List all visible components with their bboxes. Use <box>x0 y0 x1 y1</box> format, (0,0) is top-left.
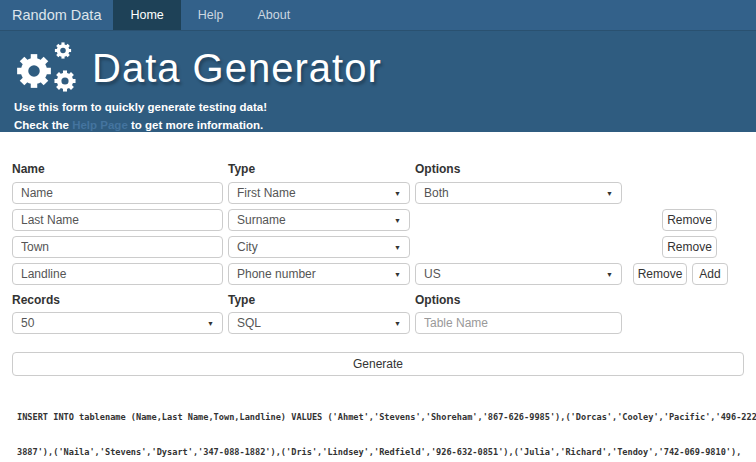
output-line: INSERT INTO tablename (Name,Last Name,To… <box>17 412 744 424</box>
records-label: Records <box>12 293 228 307</box>
generator-form: Name Type Options First Name ▼ Both ▼ Su… <box>0 162 756 462</box>
options-select-1[interactable]: Both ▼ <box>415 182 622 204</box>
description-line2-suffix: to get more information. <box>128 119 263 131</box>
output-line: 3887'),('Naila','Stevens','Dysart','347-… <box>17 447 744 459</box>
field-row-1: First Name ▼ Both ▼ <box>12 182 744 204</box>
output-format-select[interactable]: SQL ▼ <box>228 312 410 334</box>
name-column-header: Name <box>12 162 228 176</box>
records-count-select[interactable]: 50 ▼ <box>12 312 223 334</box>
column-headers: Name Type Options <box>12 162 744 176</box>
output-type-label: Type <box>228 293 415 307</box>
page-title: Data Generator <box>92 46 382 91</box>
records-count-value: 50 <box>21 316 34 330</box>
chevron-down-icon: ▼ <box>394 271 401 278</box>
name-input-2[interactable] <box>12 209 223 231</box>
records-row: 50 ▼ SQL ▼ <box>12 312 744 334</box>
navbar: Random Data Home Help About <box>0 0 756 31</box>
output-options-label: Options <box>415 293 460 307</box>
type-select-1-value: First Name <box>237 186 296 200</box>
chevron-down-icon: ▼ <box>394 217 401 224</box>
type-select-3[interactable]: City ▼ <box>228 236 410 258</box>
add-row-button[interactable]: Add <box>692 263 728 285</box>
type-column-header: Type <box>228 162 415 176</box>
field-row-2: Surname ▼ Remove <box>12 209 744 231</box>
field-row-3: City ▼ Remove <box>12 236 744 258</box>
brand-link[interactable]: Random Data <box>0 0 113 30</box>
type-select-2-value: Surname <box>237 213 286 227</box>
options-select-4-value: US <box>424 267 441 281</box>
name-input-3[interactable] <box>12 236 223 258</box>
options-select-4[interactable]: US ▼ <box>415 263 622 285</box>
chevron-down-icon: ▼ <box>606 190 613 197</box>
gears-icon <box>12 39 78 97</box>
type-select-4-value: Phone number <box>237 267 316 281</box>
type-select-2[interactable]: Surname ▼ <box>228 209 410 231</box>
field-row-4: Phone number ▼ US ▼ Remove Add <box>12 263 744 285</box>
remove-row-4-button[interactable]: Remove <box>633 263 687 285</box>
name-input-4[interactable] <box>12 263 223 285</box>
chevron-down-icon: ▼ <box>207 320 214 327</box>
jumbotron: Data Generator Use this form to quickly … <box>0 31 756 132</box>
type-select-1[interactable]: First Name ▼ <box>228 182 410 204</box>
jumbotron-description: Use this form to quickly generate testin… <box>14 99 756 135</box>
options-select-1-value: Both <box>424 186 449 200</box>
type-select-3-value: City <box>237 240 258 254</box>
chevron-down-icon: ▼ <box>606 271 613 278</box>
type-select-4[interactable]: Phone number ▼ <box>228 263 410 285</box>
description-line1: Use this form to quickly generate testin… <box>14 101 267 113</box>
description-line2-prefix: Check the <box>14 119 72 131</box>
chevron-down-icon: ▼ <box>394 320 401 327</box>
name-input-1[interactable] <box>12 182 223 204</box>
output-format-value: SQL <box>237 316 261 330</box>
chevron-down-icon: ▼ <box>394 190 401 197</box>
chevron-down-icon: ▼ <box>394 244 401 251</box>
nav-item-home[interactable]: Home <box>113 0 180 30</box>
remove-row-3-button[interactable]: Remove <box>662 236 717 258</box>
options-column-header: Options <box>415 162 460 176</box>
generate-button[interactable]: Generate <box>12 352 744 376</box>
table-name-input[interactable] <box>415 312 622 334</box>
nav-item-help[interactable]: Help <box>181 0 241 30</box>
generated-output: INSERT INTO tablename (Name,Last Name,To… <box>12 389 744 462</box>
nav-item-about[interactable]: About <box>241 0 308 30</box>
help-page-link[interactable]: Help Page <box>72 119 128 131</box>
records-headers: Records Type Options <box>12 293 744 307</box>
remove-row-2-button[interactable]: Remove <box>662 209 717 231</box>
